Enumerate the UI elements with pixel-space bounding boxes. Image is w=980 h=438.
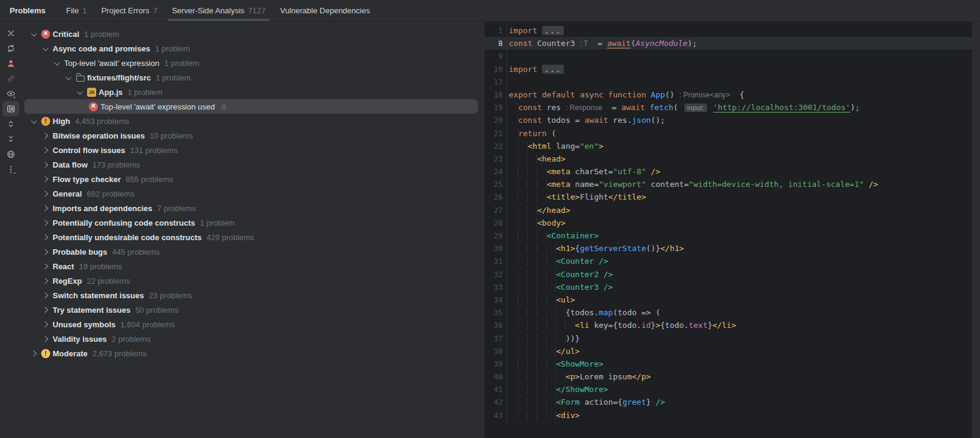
code-line[interactable]: 31 <Counter /> [485,255,972,267]
code-line[interactable]: 43 <div> [485,409,972,422]
code-line[interactable]: 23 <head> [485,152,972,165]
code-line[interactable]: 17 [485,76,972,88]
code-line[interactable]: 27 </head> [485,204,972,217]
details-view-icon[interactable] [2,101,19,116]
chevron-right-icon[interactable] [41,145,50,155]
code-editor[interactable]: 1import ...8const Counter3 : T = await(A… [485,22,972,438]
tab-vulnerable-dependencies[interactable]: Vulnerable Dependencies [273,0,381,21]
tree-row[interactable]: Potentially undesirable code constructs4… [22,230,485,244]
tree-row[interactable]: Moderate2,673 problems [22,346,485,361]
chevron-right-icon[interactable] [41,305,50,315]
code-line[interactable]: 20 const todos = await res.json(); [485,114,972,126]
tab-server-side-analysis[interactable]: Server-Side Analysis 7127 [165,0,273,21]
tree-row[interactable]: Validity issues2 problems [22,332,485,346]
code-line[interactable]: 1import ... [485,24,972,37]
preview-eye-icon[interactable] [2,86,19,101]
code-token [509,218,537,227]
code-line[interactable]: 36 <li key={todo.id}>{todo.text}</li> [485,319,972,332]
code-line[interactable]: 26 <title>Flight</title> [485,191,972,203]
tree-row[interactable]: fixtures/flight/src1 problem [22,70,485,85]
code-line[interactable]: 39 <ShowMore> [485,358,972,370]
code-line[interactable]: 29 <Container> [485,229,972,242]
code-line[interactable]: 40 <p>Lorem ipsum</p> [485,370,972,383]
code-line[interactable]: 30 <h1>{getServerState()}</h1> [485,242,972,255]
code-line[interactable]: 10import ... [485,63,972,76]
code-token: : Response [566,103,603,112]
chevron-down-icon[interactable] [41,44,50,53]
line-number: 36 [485,319,507,332]
tree-row[interactable]: App.js1 problem [22,85,485,99]
tree-row[interactable]: Top-level 'await' expression1 problem [22,56,485,70]
chevron-right-icon[interactable] [41,174,50,184]
link-icon[interactable] [2,71,19,86]
code-line[interactable]: 25 <meta name="viewport" content="width=… [485,178,972,191]
tree-row[interactable]: Potentially confusing code constructs1 p… [22,215,485,230]
tree-row[interactable]: Control flow issues131 problems [22,143,485,157]
chevron-down-icon[interactable] [52,58,62,68]
code-line[interactable]: 8const Counter3 : T = await(AsyncModule)… [485,37,972,50]
code-token: return [518,129,552,138]
chevron-right-icon[interactable] [41,319,50,329]
code-text: <ul> [507,293,575,306]
collapse-all-icon[interactable] [2,131,19,146]
chevron-right-icon[interactable] [29,348,39,358]
code-line[interactable]: 42 <Form action={greet} /> [485,396,972,408]
tree-row[interactable]: Switch statement issues23 problems [22,288,485,302]
tree-row[interactable]: React19 problems [22,259,485,273]
chevron-down-icon[interactable] [64,73,73,82]
chevron-right-icon[interactable] [41,218,50,227]
chevron-right-icon[interactable] [41,189,50,198]
code-line[interactable]: 19 const res : Response = await fetch( i… [485,101,972,114]
chevron-right-icon[interactable] [41,334,50,344]
chevron-down-icon[interactable] [29,29,39,39]
tree-row[interactable]: Async code and promises1 problem [22,41,485,56]
tree-row[interactable]: Try statement issues50 problems [22,302,485,317]
code-line[interactable]: 35 {todos.map(todo => ( [485,306,972,319]
code-line[interactable]: 18export default async function App() : … [485,88,972,101]
tree-row[interactable]: Critical1 problem [22,27,485,41]
chevron-right-icon[interactable] [41,131,50,140]
code-token [509,244,556,253]
tree-row[interactable]: Data flow173 problems [22,157,485,172]
code-line[interactable]: 21 return ( [485,127,972,140]
close-icon[interactable] [2,25,19,41]
chevron-right-icon[interactable] [41,276,50,286]
tree-row[interactable]: Unused symbols1,604 problems [22,317,485,332]
tree-row[interactable]: Top-level 'await' expression used:8 [24,99,478,114]
chevron-right-icon[interactable] [41,290,50,300]
expand-all-icon[interactable] [2,116,19,131]
chevron-right-icon[interactable] [41,203,50,213]
tree-row[interactable]: RegExp22 problems [22,273,485,288]
chevron-right-icon[interactable] [41,261,50,271]
tree-row[interactable]: Bitwise operation issues10 problems [22,128,485,143]
tree-row[interactable]: Imports and dependencies7 problems [22,201,485,215]
tab-file[interactable]: File 1 [59,0,94,21]
code-line[interactable]: 34 <ul> [485,293,972,306]
code-line[interactable]: 37 ))} [485,332,972,345]
more-options-icon[interactable] [2,162,19,177]
tree-row[interactable]: High4,453 problems [22,114,485,128]
chevron-right-icon[interactable] [41,247,50,257]
code-line[interactable]: 9 [485,50,972,62]
tree-row[interactable]: Flow type checker855 problems [22,172,485,186]
chevron-right-icon[interactable] [41,160,50,169]
profile-icon[interactable] [2,56,19,71]
code-line[interactable]: 24 <meta charSet="utf-8" /> [485,165,972,178]
code-line[interactable]: 28 <body> [485,217,972,229]
code-line[interactable]: 41 </ShowMore> [485,383,972,396]
tab-project-errors[interactable]: Project Errors 7 [94,0,165,21]
web-icon[interactable] [2,146,19,162]
code-line[interactable]: 33 <Counter3 /> [485,281,972,293]
problems-tree[interactable]: Critical1 problemAsync code and promises… [22,22,485,438]
problem-count: 4,453 problems [75,117,129,126]
tree-row[interactable]: Probable bugs445 problems [22,244,485,259]
code-line[interactable]: 22 <html lang="en"> [485,140,972,152]
chevron-right-icon[interactable] [41,232,50,242]
code-text: <div> [507,409,580,422]
code-line[interactable]: 38 </ul> [485,345,972,358]
chevron-down-icon[interactable] [75,87,85,97]
refresh-icon[interactable] [2,41,19,56]
tree-row[interactable]: General682 problems [22,186,485,201]
chevron-down-icon[interactable] [29,116,39,126]
code-line[interactable]: 32 <Counter2 /> [485,268,972,281]
